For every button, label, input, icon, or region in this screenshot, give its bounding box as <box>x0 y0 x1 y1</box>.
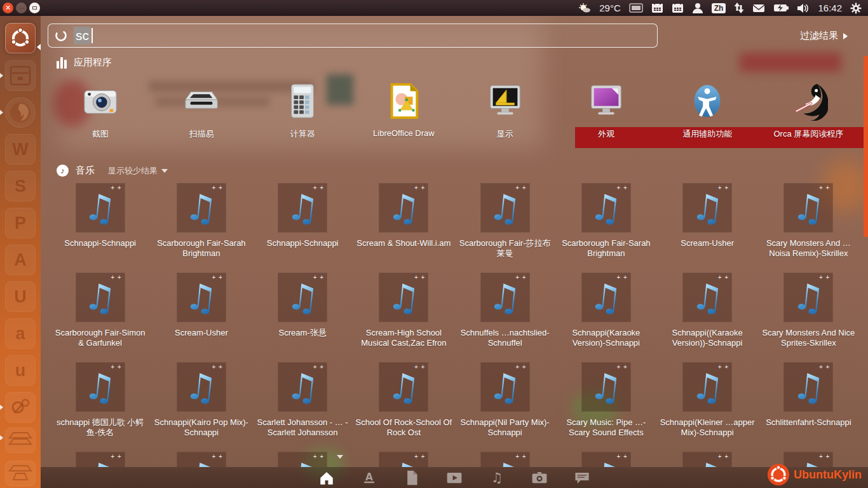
app-result-universal-access[interactable]: 通用辅助功能 <box>657 81 758 140</box>
session-gear-icon[interactable] <box>850 3 862 14</box>
music-note-icon: ♫ <box>285 457 321 467</box>
music-result-label: Scary Monsters And Nice Sprites-Skrillex <box>760 328 857 348</box>
launcher-item-wps-spreadsheet[interactable]: S <box>5 171 36 201</box>
video-icon <box>446 470 463 485</box>
wps-spreadsheet-icon: S <box>15 177 26 196</box>
clock-label[interactable]: 16:42 <box>818 3 842 13</box>
minimize-button[interactable] <box>16 3 27 13</box>
music-result[interactable]: ♫schnappi 德国儿歌 小鳄鱼-佚名 <box>50 362 151 438</box>
app-result-simple-scan[interactable]: 扫描易 <box>151 81 252 140</box>
app-result-calculator[interactable]: 计算器 <box>252 81 353 140</box>
music-note-icon: ♫ <box>588 457 624 467</box>
volume-icon[interactable] <box>797 3 810 13</box>
input-panel-icon[interactable] <box>651 3 663 13</box>
music-result[interactable]: ♫Scarborough Fair-Sarah Brightman <box>555 183 656 259</box>
amazon-icon: a <box>15 324 25 344</box>
keyboard-icon[interactable] <box>629 3 643 13</box>
launcher-item-ubuntu-one[interactable]: U <box>5 281 36 312</box>
user-icon[interactable] <box>692 3 703 13</box>
lens-files[interactable] <box>402 469 421 487</box>
launcher-item-music-store[interactable]: u <box>5 355 36 386</box>
svg-text:♫: ♫ <box>491 470 503 485</box>
music-result[interactable]: ♫Schnappi(Nil Party Mix)-Schnappi <box>454 362 555 438</box>
music-note-icon: ♫ <box>487 188 523 227</box>
music-result[interactable]: ♫Scary Monsters And Nice Sprites-Skrille… <box>758 273 859 348</box>
app-result-label: Orca 屏幕阅读程序 <box>773 128 843 140</box>
lens-messages[interactable] <box>573 469 592 487</box>
music-result[interactable]: ♫Schnuffels …nachtslied-Schnuffel <box>454 273 555 348</box>
music-result[interactable]: ♫Scream & Shout-Will.i.am <box>353 183 454 259</box>
launcher-item-amazon[interactable]: a <box>5 318 36 349</box>
maximize-button[interactable] <box>29 3 40 13</box>
network-arrows-icon[interactable] <box>734 3 744 13</box>
music-result-label: Scarborough Fair-Sarah Brightman <box>558 238 654 259</box>
launcher-item-workspace-switcher[interactable] <box>5 428 36 453</box>
music-result[interactable]: ♫Scarborough Fair-莎拉布莱曼 <box>454 183 555 259</box>
lens-home[interactable] <box>317 469 336 487</box>
lens-applications[interactable]: A <box>360 469 379 487</box>
music-result[interactable]: ♫Schnappi-Schnappi <box>252 183 353 259</box>
music-result[interactable]: ♫Scarlett Johansson - … -Scarlett Johans… <box>252 362 353 438</box>
music-result[interactable]: ♫Scary Monsters And …Noisa Remix)-Skrill… <box>758 183 859 259</box>
music-result[interactable]: ♫School Of Rock-School Of Rock Ost <box>353 362 454 438</box>
music-result[interactable]: ♫Scream-张悬 <box>252 273 353 348</box>
music-result[interactable]: ♫Schlittenfahrt-Schnappi <box>758 362 859 438</box>
music-result-label: Scary Monsters And …Noisa Remix)-Skrille… <box>760 238 857 259</box>
app-result-libreoffice-draw[interactable]: LibreOffice Draw <box>353 81 454 140</box>
music-result[interactable]: ♫ <box>151 452 252 467</box>
filter-results-button[interactable]: 过滤结果 <box>800 30 848 42</box>
music-note-icon: ♫ <box>386 457 422 467</box>
calendar-icon[interactable] <box>672 3 684 13</box>
music-note-tile: ♫ <box>480 273 530 322</box>
lens-video[interactable] <box>445 469 464 487</box>
launcher-item-wps-presentation[interactable]: P <box>5 208 36 238</box>
mail-icon[interactable] <box>752 4 765 13</box>
app-result-screenshot[interactable]: 截图 <box>50 81 151 140</box>
music-result[interactable]: ♫ <box>555 452 656 467</box>
scanner-icon <box>182 81 221 121</box>
weather-icon[interactable] <box>578 3 591 13</box>
launcher-item-firefox[interactable] <box>5 97 36 128</box>
music-result[interactable]: ♫Scarborough Fair-Sarah Brightman <box>151 183 252 259</box>
show-fewer-results-button[interactable]: 显示较少结果 <box>108 165 168 177</box>
music-result[interactable]: ♫Scream-Usher <box>657 183 758 259</box>
music-result[interactable]: ♫Schnappi((Karaoke Version))-Schnappi <box>657 273 758 348</box>
search-input[interactable]: sc <box>48 24 658 48</box>
dash-scrollbar[interactable] <box>864 56 868 237</box>
close-button[interactable]: ✕ <box>3 3 13 13</box>
music-lens-icon: ♫ <box>489 470 505 486</box>
launcher-item-software-center[interactable]: A <box>5 245 36 275</box>
music-note-tile: ♫ <box>581 362 631 412</box>
music-result-label: Scarborough Fair-Sarah Brightman <box>153 238 250 259</box>
app-result-appearance[interactable]: 外观 <box>555 81 656 140</box>
music-result-label: Schnappi(Nil Party Mix)-Schnappi <box>457 417 553 438</box>
lens-music[interactable]: ♫ <box>487 469 506 487</box>
gears-icon <box>10 396 31 418</box>
launcher-item-wps-writer[interactable]: W <box>5 134 36 165</box>
music-result[interactable]: ♫Schnappi(Kairo Pop Mix)-Schnappi <box>151 362 252 438</box>
music-result[interactable]: ♫Scream-Usher <box>151 273 252 348</box>
ubuntukylin-branding: UbuntuKylin <box>767 463 862 486</box>
music-result[interactable]: ♫ <box>657 452 758 467</box>
music-result[interactable]: ♫ <box>50 452 151 467</box>
music-result[interactable]: ♫Scream-High School Musical Cast,Zac Efr… <box>353 273 454 348</box>
music-result[interactable]: ♫ <box>454 452 555 467</box>
keyboard-layout-indicator[interactable]: Zh <box>712 3 726 13</box>
music-result[interactable]: ♫Schnappi(Karaoke Version)-Schnappi <box>555 273 656 348</box>
music-result[interactable]: ♫ <box>353 452 454 467</box>
launcher-item-trash[interactable] <box>5 461 36 486</box>
app-result-displays[interactable]: 显示 <box>454 81 555 140</box>
music-result[interactable]: ♫Schnappi-Schnappi <box>50 183 151 259</box>
app-result-orca[interactable]: Orca 屏幕阅读程序 <box>758 81 859 140</box>
music-note-icon: ♫ <box>588 367 624 407</box>
music-result-label: Scary Music: Pipe …-Scary Sound Effects <box>558 417 654 438</box>
music-result[interactable]: ♫Scarborough Fair-Simon & Garfunkel <box>50 273 151 348</box>
music-result[interactable]: ♫Schnappi(Kleiner …apper Mix)-Schnappi <box>657 362 758 438</box>
music-result[interactable]: ♫Scary Music: Pipe …-Scary Sound Effects <box>555 362 656 438</box>
launcher-item-system-settings[interactable] <box>5 392 36 423</box>
battery-icon[interactable] <box>773 4 789 12</box>
dash-home-button[interactable] <box>5 23 36 53</box>
launcher-item-files[interactable] <box>5 60 36 91</box>
lens-photos[interactable] <box>530 469 549 487</box>
appearance-icon <box>587 81 626 121</box>
